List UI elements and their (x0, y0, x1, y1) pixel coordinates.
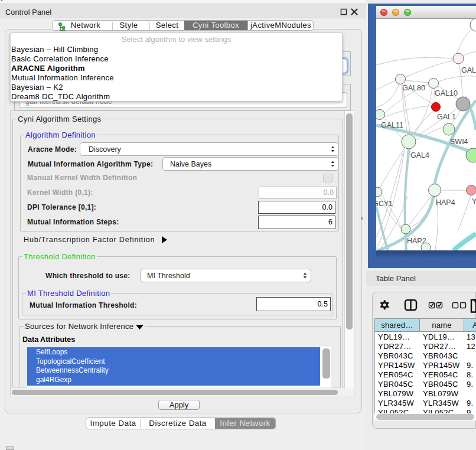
svg-text:YE: YE (472, 197, 476, 206)
svg-text:GAL1: GAL1 (437, 113, 456, 121)
svg-text:GAL10: GAL10 (435, 89, 458, 97)
svg-text:HAP4: HAP4 (436, 198, 455, 207)
svg-text:GAL4: GAL4 (410, 151, 429, 159)
svg-text:GAL11: GAL11 (381, 121, 403, 129)
svg-text:SWI4: SWI4 (450, 138, 468, 146)
svg-text:GCY1: GCY1 (376, 200, 393, 208)
svg-text:GAL80: GAL80 (402, 84, 425, 92)
svg-text:GAL2: GAL2 (461, 66, 476, 74)
svg-text:HAP2: HAP2 (407, 237, 426, 245)
